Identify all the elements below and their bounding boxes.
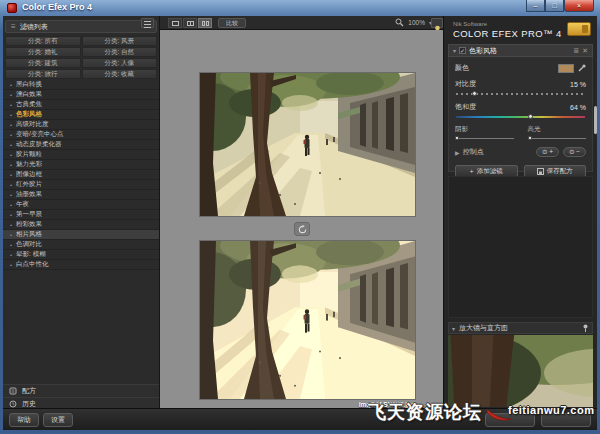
saturation-slider-handle[interactable] bbox=[528, 114, 533, 119]
filter-list-item[interactable]: • 高级对比度 bbox=[3, 120, 159, 130]
reset-menu-icon[interactable]: ≣ bbox=[573, 47, 579, 55]
refresh-compare-button[interactable] bbox=[294, 222, 310, 236]
category-button[interactable]: 分类: 收藏 bbox=[82, 69, 158, 79]
loupe-caret-icon[interactable]: ▾ bbox=[452, 325, 455, 332]
filter-list-item[interactable]: • 相片风格 bbox=[3, 230, 159, 240]
category-button[interactable]: 分类: 人像 bbox=[82, 58, 158, 68]
after-image[interactable] bbox=[200, 241, 415, 399]
filter-list-item[interactable]: • 图像边框 bbox=[3, 170, 159, 180]
filter-list-item[interactable]: • 魅力光彩 bbox=[3, 160, 159, 170]
control-points-label: 控制点 bbox=[463, 147, 484, 157]
filter-list-item[interactable]: • 变暗/变亮中心点 bbox=[3, 130, 159, 140]
brand-logo bbox=[567, 22, 591, 36]
color-swatch[interactable] bbox=[558, 64, 574, 73]
single-view-button[interactable] bbox=[168, 18, 182, 28]
category-grid: 分类: 所有分类: 风景分类: 婚礼分类: 自然分类: 建筑分类: 人像分类: … bbox=[5, 36, 157, 79]
category-button[interactable]: 分类: 建筑 bbox=[5, 58, 81, 68]
filter-list-item[interactable]: • 动态皮肤柔化器 bbox=[3, 140, 159, 150]
filter-list-item[interactable]: • 黑白转换 bbox=[3, 80, 159, 90]
bottom-action-button-left[interactable] bbox=[485, 413, 535, 427]
split-view-button[interactable] bbox=[183, 18, 197, 28]
menu-icon: ≡ bbox=[11, 22, 16, 31]
filter-list-item[interactable]: • 红外胶片 bbox=[3, 180, 159, 190]
panel-scrollbar[interactable] bbox=[594, 106, 597, 134]
bullet-icon: • bbox=[10, 142, 12, 148]
bullet-icon: • bbox=[10, 232, 12, 238]
category-button[interactable]: 分类: 风景 bbox=[82, 36, 158, 46]
left-panel-toggle-icon[interactable] bbox=[141, 18, 154, 28]
settings-button[interactable]: 设置 bbox=[43, 413, 73, 427]
remove-filter-icon[interactable]: ✕ bbox=[582, 47, 588, 55]
recipes-section[interactable]: 配方 bbox=[3, 384, 159, 397]
bullet-icon: • bbox=[10, 82, 12, 88]
contrast-slider-handle[interactable] bbox=[472, 91, 477, 96]
close-button[interactable]: × bbox=[564, 0, 594, 12]
filter-list-item[interactable]: • 古典柔焦 bbox=[3, 100, 159, 110]
filter-list-item[interactable]: • 粉彩效果 bbox=[3, 220, 159, 230]
contrast-slider[interactable] bbox=[456, 93, 585, 95]
filter-settings-header[interactable]: ▾ ✓ 色彩风格 ≣ ✕ bbox=[448, 44, 593, 57]
highlights-label: 高光 bbox=[528, 125, 587, 134]
title-bar[interactable]: Color Efex Pro 4 – □ × bbox=[0, 0, 600, 16]
save-icon bbox=[537, 168, 544, 175]
bottom-action-button-right[interactable] bbox=[541, 413, 591, 427]
brand-small-label: Nik Software bbox=[453, 21, 487, 27]
highlights-slider-handle[interactable] bbox=[528, 136, 532, 140]
filter-enabled-checkbox[interactable]: ✓ bbox=[459, 47, 466, 54]
shadows-slider[interactable] bbox=[455, 138, 514, 139]
help-button[interactable]: 帮助 bbox=[9, 413, 39, 427]
side-by-side-view-button[interactable] bbox=[198, 18, 212, 28]
eyedropper-icon[interactable] bbox=[578, 64, 586, 72]
plus-icon: + bbox=[470, 168, 474, 175]
minimize-button[interactable]: – bbox=[526, 0, 545, 12]
loupe-title: 放大镜与直方图 bbox=[459, 323, 508, 333]
add-control-point-button[interactable]: ⊙ + bbox=[536, 147, 559, 157]
control-points-caret-icon[interactable]: ▶ bbox=[455, 149, 460, 156]
filter-stack-empty-area bbox=[448, 176, 593, 318]
remove-control-point-button[interactable]: ⊙ − bbox=[563, 147, 586, 157]
before-image[interactable] bbox=[200, 73, 415, 216]
filter-list-item[interactable]: • 油墨效果 bbox=[3, 190, 159, 200]
filter-list-item[interactable]: • 色调对比 bbox=[3, 240, 159, 250]
bullet-icon: • bbox=[10, 262, 12, 268]
filter-list: • 黑白转换 • 漂白效果 • 古典柔焦 • 色彩风格 • 高级对比度 • 变暗… bbox=[3, 80, 159, 270]
maximize-button[interactable]: □ bbox=[545, 0, 564, 12]
filter-list-item[interactable]: • 第一早晨 bbox=[3, 210, 159, 220]
category-button[interactable]: 分类: 自然 bbox=[82, 47, 158, 57]
collapse-caret-icon[interactable]: ▾ bbox=[453, 47, 456, 54]
bullet-icon: • bbox=[10, 242, 12, 248]
background-color-icon[interactable] bbox=[431, 18, 443, 28]
refresh-icon bbox=[298, 225, 307, 234]
color-label: 颜色 bbox=[455, 63, 469, 73]
category-button[interactable]: 分类: 旅行 bbox=[5, 69, 81, 79]
bullet-icon: • bbox=[10, 112, 12, 118]
bullet-icon: • bbox=[10, 222, 12, 228]
recipes-label: 配方 bbox=[22, 386, 36, 396]
filter-list-item[interactable]: • 漂白效果 bbox=[3, 90, 159, 100]
contrast-label: 对比度 bbox=[455, 79, 476, 89]
filter-list-item[interactable]: • 晕影: 模糊 bbox=[3, 250, 159, 260]
category-button[interactable]: 分类: 所有 bbox=[5, 36, 81, 46]
filter-list-item[interactable]: • 胶片颗粒 bbox=[3, 150, 159, 160]
filter-list-header[interactable]: ≡ 滤镜列表 bbox=[5, 20, 157, 33]
bullet-icon: • bbox=[10, 202, 12, 208]
app-area: ≡ 滤镜列表 分类: 所有分类: 风景分类: 婚礼分类: 自然分类: 建筑分类:… bbox=[3, 16, 597, 430]
bottom-bar: 帮助 设置 bbox=[3, 408, 597, 430]
loupe-header[interactable]: ▾ 放大镜与直方图 bbox=[448, 322, 593, 334]
zoom-icon[interactable] bbox=[395, 18, 404, 27]
bullet-icon: • bbox=[10, 172, 12, 178]
pin-icon[interactable] bbox=[582, 324, 589, 332]
bullet-icon: • bbox=[10, 152, 12, 158]
shadows-slider-handle[interactable] bbox=[455, 136, 459, 140]
category-button[interactable]: 分类: 婚礼 bbox=[5, 47, 81, 57]
bullet-icon: • bbox=[10, 252, 12, 258]
saturation-slider[interactable] bbox=[456, 116, 585, 118]
zoom-level[interactable]: 100% bbox=[408, 19, 425, 26]
highlights-slider[interactable] bbox=[528, 138, 587, 139]
compare-button[interactable]: 比较 bbox=[218, 18, 246, 28]
loupe-preview[interactable] bbox=[448, 335, 593, 407]
filter-list-item[interactable]: • 色彩风格 bbox=[3, 110, 159, 120]
saturation-value: 64 % bbox=[570, 104, 586, 111]
filter-list-item[interactable]: • 白点中性化 bbox=[3, 260, 159, 270]
filter-list-item[interactable]: • 午夜 bbox=[3, 200, 159, 210]
